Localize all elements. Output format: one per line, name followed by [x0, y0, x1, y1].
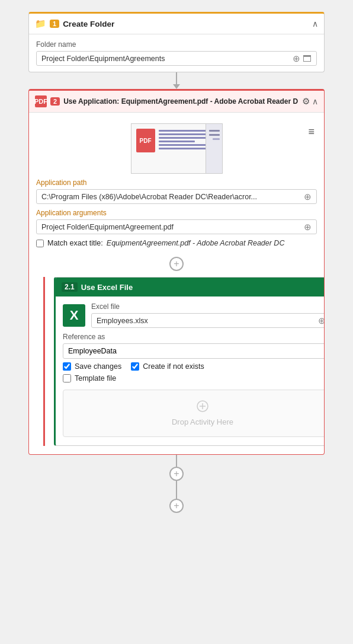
sub-card-wrapper: 2.1 Use Excel File ⚙ ∧ X Excel file: [54, 277, 317, 446]
app-screenshot: PDF: [131, 123, 223, 174]
save-changes-checkbox[interactable]: [63, 362, 71, 371]
pdf-line-2: [159, 133, 207, 135]
create-folder-header: 📁 1 Create Folder ∧: [29, 14, 324, 34]
connector-line-bottom: [176, 455, 177, 467]
excel-body: X Excel file Employees.xlsx ⊕ 🗖 Referen: [56, 297, 325, 445]
connector-arrow-1: [173, 84, 180, 89]
bottom-add-btn-2[interactable]: +: [169, 499, 184, 513]
excel-header: 2.1 Use Excel File ⚙ ∧: [56, 278, 325, 297]
pdf-line-4: [159, 141, 195, 142]
drop-zone-icon: [197, 400, 208, 415]
match-title-label: Match exact title:: [47, 239, 103, 247]
save-changes-label: Save changes: [75, 362, 121, 371]
use-application-body: PDF ≡ Applicat: [29, 113, 324, 454]
app-args-label: Application arguments: [36, 209, 317, 217]
reference-label: Reference as: [63, 333, 325, 341]
pdf-line-5: [159, 144, 207, 146]
match-title-row: Match exact title: EquipmentAgreement.pd…: [36, 239, 317, 247]
app-path-input[interactable]: C:\Program Files (x86)\Adobe\Acrobat Rea…: [36, 189, 317, 204]
connector-line-bottom2: [176, 481, 177, 499]
excel-file-value: Employees.xlsx: [97, 317, 316, 325]
drop-zone-text: Drop Activity Here: [172, 417, 233, 426]
app-path-value: C:\Program Files (x86)\Adobe\Acrobat Rea…: [41, 193, 301, 201]
create-not-exists-checkbox[interactable]: [131, 362, 139, 371]
add-variable-btn[interactable]: ⊕: [293, 54, 300, 63]
create-folder-title: Create Folder: [63, 20, 309, 28]
create-folder-card: 📁 1 Create Folder ∧ Folder name Project …: [28, 12, 325, 72]
app-path-label: Application path: [36, 178, 317, 187]
template-file-checkbox[interactable]: [63, 374, 71, 382]
create-folder-body: Folder name Project Folder\EquipmentAgre…: [29, 34, 324, 72]
save-changes-row: Save changes Create if not exists: [63, 362, 325, 371]
folder-icon: 📁: [35, 18, 46, 29]
use-application-title: Use Application: EquipmentAgreement.pdf …: [63, 97, 299, 106]
excel-title: Use Excel File: [81, 283, 323, 292]
collapse-create-folder-btn[interactable]: ∧: [312, 19, 318, 28]
excel-file-row: X Excel file Employees.xlsx ⊕ 🗖: [63, 302, 325, 328]
step-badge-1: 1: [50, 20, 59, 28]
create-folder-controls: ∧: [312, 19, 318, 28]
step-badge-2: 2: [50, 97, 60, 106]
screenshot-preview: PDF ≡: [36, 123, 317, 174]
excel-file-label: Excel file: [91, 302, 325, 311]
folder-path-value: Project Folder\EquipmentAgreements: [41, 55, 290, 63]
pdf-thumbnail-icon: PDF: [136, 129, 155, 152]
reference-input[interactable]: [63, 343, 325, 359]
app-args-value: Project Folder\EquipmentAgreement.pdf: [41, 223, 301, 231]
match-title-checkbox[interactable]: [36, 240, 44, 247]
excel-badge: 2.1: [62, 282, 78, 292]
use-application-header: PDF 2 Use Application: EquipmentAgreemen…: [29, 91, 324, 113]
create-not-exists-label: Create if not exists: [143, 362, 204, 371]
excel-file-right: Excel file Employees.xlsx ⊕ 🗖: [91, 302, 325, 328]
excel-add-btn[interactable]: ⊕: [318, 316, 325, 325]
hamburger-menu-btn[interactable]: ≡: [306, 123, 317, 141]
collapse-app-btn[interactable]: ∧: [312, 97, 318, 106]
bottom-add-btn[interactable]: +: [169, 467, 184, 481]
gear-icon-app[interactable]: ⚙: [302, 96, 310, 107]
match-title-value: EquipmentAgreement.pdf - Adobe Acrobat R…: [107, 239, 285, 247]
app-args-input[interactable]: Project Folder\EquipmentAgreement.pdf ⊕: [36, 219, 317, 234]
excel-file-input[interactable]: Employees.xlsx ⊕ 🗖: [91, 313, 325, 328]
folder-name-label: Folder name: [36, 40, 317, 49]
connector-bottom: + +: [169, 455, 184, 513]
connector-1: [173, 72, 180, 89]
browse-btn[interactable]: 🗖: [303, 54, 312, 63]
pdf-icon: PDF: [35, 95, 47, 107]
inner-add-btn[interactable]: +: [169, 257, 184, 271]
drop-zone[interactable]: Drop Activity Here: [63, 390, 325, 437]
template-file-label: Template file: [75, 374, 116, 382]
inner-add-wrapper: +: [36, 257, 317, 271]
app-path-add-btn[interactable]: ⊕: [304, 192, 312, 201]
excel-x-icon: X: [63, 304, 85, 327]
flow-container: 📁 1 Create Folder ∧ Folder name Project …: [0, 6, 353, 513]
use-excel-card: 2.1 Use Excel File ⚙ ∧ X Excel file: [54, 277, 325, 446]
app-args-add-btn[interactable]: ⊕: [304, 222, 312, 231]
use-application-controls: ⚙ ∧: [302, 96, 318, 107]
folder-path-input[interactable]: Project Folder\EquipmentAgreements ⊕ 🗖: [36, 51, 317, 66]
use-application-card: PDF 2 Use Application: EquipmentAgreemen…: [28, 89, 325, 455]
connector-line-1: [176, 72, 177, 84]
template-file-row: Template file: [63, 374, 325, 382]
